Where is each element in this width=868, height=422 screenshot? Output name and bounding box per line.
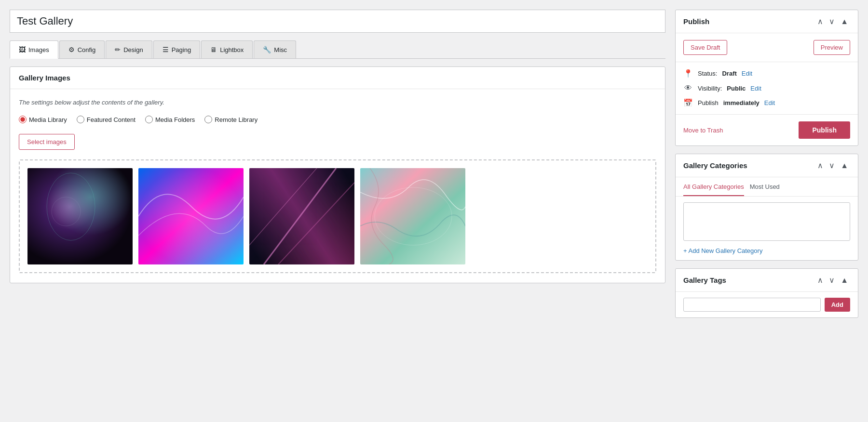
- add-gallery-category-link[interactable]: + Add New Gallery Category: [683, 247, 762, 254]
- source-radio-group: Media Library Featured Content Media Fol…: [19, 116, 656, 123]
- publish-box-actions: Save Draft Preview: [676, 33, 858, 62]
- publish-time-value: immediately: [723, 99, 760, 106]
- categories-list-area[interactable]: [683, 202, 850, 241]
- categories-content: + Add New Gallery Category: [676, 197, 858, 260]
- gallery-title-input[interactable]: [10, 10, 665, 33]
- visibility-edit-link[interactable]: Edit: [750, 85, 761, 92]
- radio-media-library-label: Media Library: [29, 116, 67, 123]
- radio-remote-library[interactable]: Remote Library: [204, 116, 258, 123]
- tab-design-label: Design: [123, 46, 143, 53]
- categories-header-controls: ∧ ∨ ▲: [815, 160, 850, 171]
- publish-time-row: 📅 Publish immediately Edit: [683, 98, 850, 107]
- categories-collapse-up-button[interactable]: ∧: [815, 160, 825, 171]
- publish-close-button[interactable]: ▲: [839, 16, 850, 27]
- radio-featured-content[interactable]: Featured Content: [77, 116, 136, 123]
- preview-button[interactable]: Preview: [814, 40, 850, 55]
- categories-close-button[interactable]: ▲: [839, 160, 850, 171]
- radio-featured-content-label: Featured Content: [87, 116, 136, 123]
- status-row: 📍 Status: Draft Edit: [683, 69, 850, 78]
- gallery-image-2[interactable]: [138, 168, 244, 264]
- publish-time-edit-link[interactable]: Edit: [764, 99, 775, 106]
- visibility-label: Visibility:: [698, 85, 722, 92]
- status-label: Status:: [698, 70, 717, 77]
- gallery-categories-box: Gallery Categories ∧ ∨ ▲ All Gallery Cat…: [675, 154, 858, 261]
- radio-media-folders-label: Media Folders: [155, 116, 195, 123]
- status-edit-link[interactable]: Edit: [742, 70, 752, 77]
- save-draft-button[interactable]: Save Draft: [683, 40, 727, 55]
- gallery-image-3[interactable]: [249, 168, 354, 264]
- tab-config-label: Config: [78, 46, 96, 53]
- tab-paging[interactable]: ☰ Paging: [153, 40, 200, 58]
- tags-collapse-up-button[interactable]: ∧: [815, 275, 825, 286]
- svg-rect-7: [249, 168, 354, 264]
- gallery-image-1[interactable]: [27, 168, 133, 264]
- images-grid: [19, 159, 656, 273]
- tab-misc[interactable]: 🔧 Misc: [254, 40, 296, 58]
- save-draft-label: Save Draft: [691, 44, 720, 51]
- tags-collapse-down-button[interactable]: ∨: [827, 275, 837, 286]
- calendar-icon: 📅: [683, 98, 693, 107]
- publish-time-label: Publish: [698, 99, 719, 106]
- radio-media-folders[interactable]: Media Folders: [145, 116, 195, 123]
- add-tag-button[interactable]: Add: [825, 298, 850, 312]
- preview-label: Preview: [821, 44, 843, 51]
- move-to-trash-link[interactable]: Move to Trash: [683, 127, 723, 134]
- categories-header: Gallery Categories ∧ ∨ ▲: [676, 154, 858, 177]
- tab-lightbox[interactable]: 🖥 Lightbox: [201, 40, 253, 58]
- tab-design[interactable]: ✏ Design: [106, 40, 152, 58]
- publish-footer: Move to Trash Publish: [676, 115, 858, 145]
- publish-button-label: Publish: [812, 126, 837, 134]
- tags-input[interactable]: [683, 298, 821, 312]
- tags-content: Add: [676, 292, 858, 317]
- cat-tab-most-used[interactable]: Most Used: [750, 183, 780, 196]
- status-icon: 📍: [683, 69, 693, 78]
- publish-button[interactable]: Publish: [799, 121, 850, 139]
- tags-title: Gallery Tags: [683, 276, 726, 284]
- tab-images-label: Images: [28, 46, 49, 53]
- publish-header-controls: ∧ ∨ ▲: [815, 16, 850, 27]
- radio-remote-library-label: Remote Library: [215, 116, 258, 123]
- paging-tab-icon: ☰: [163, 46, 169, 53]
- select-images-label: Select images: [27, 138, 67, 145]
- svg-rect-5: [138, 168, 244, 264]
- gallery-images-panel: Gallery Images The settings below adjust…: [10, 66, 665, 283]
- visibility-row: 👁 Visibility: Public Edit: [683, 84, 850, 92]
- tags-header-controls: ∧ ∨ ▲: [815, 275, 850, 286]
- tab-lightbox-label: Lightbox: [220, 46, 244, 53]
- tab-bar: 🖼 Images ⚙ Config ✏ Design ☰ Paging 🖥 Li…: [10, 40, 665, 59]
- tags-header: Gallery Tags ∧ ∨ ▲: [676, 269, 858, 292]
- images-tab-icon: 🖼: [19, 46, 26, 53]
- gallery-note: The settings below adjust the contents o…: [19, 99, 656, 106]
- cat-tab-all[interactable]: All Gallery Categories: [683, 183, 744, 196]
- tab-images[interactable]: 🖼 Images: [10, 40, 58, 59]
- misc-tab-icon: 🔧: [263, 46, 271, 53]
- radio-remote-library-input[interactable]: [204, 116, 212, 123]
- config-tab-icon: ⚙: [68, 46, 75, 53]
- radio-media-folders-input[interactable]: [145, 116, 153, 123]
- tab-config[interactable]: ⚙ Config: [59, 40, 105, 58]
- svg-rect-11: [360, 168, 465, 264]
- gallery-tags-box: Gallery Tags ∧ ∨ ▲ Add: [675, 268, 858, 318]
- tags-close-button[interactable]: ▲: [839, 275, 850, 286]
- tab-paging-label: Paging: [172, 46, 191, 53]
- publish-collapse-down-button[interactable]: ∨: [827, 16, 837, 27]
- categories-title: Gallery Categories: [683, 161, 747, 170]
- gallery-panel-title: Gallery Images: [19, 74, 70, 82]
- radio-media-library-input[interactable]: [19, 116, 27, 123]
- svg-rect-1: [27, 168, 133, 264]
- gallery-image-4[interactable]: [360, 168, 465, 264]
- publish-meta: 📍 Status: Draft Edit 👁 Visibility: Publi…: [676, 62, 858, 115]
- visibility-icon: 👁: [683, 84, 693, 92]
- sidebar: Publish ∧ ∨ ▲ Save Draft Preview 📍 Sta: [675, 10, 858, 318]
- status-value: Draft: [722, 70, 736, 77]
- categories-collapse-down-button[interactable]: ∨: [827, 160, 837, 171]
- add-tag-label: Add: [831, 301, 843, 308]
- publish-collapse-up-button[interactable]: ∧: [815, 16, 825, 27]
- gallery-panel-body: The settings below adjust the contents o…: [10, 89, 665, 283]
- lightbox-tab-icon: 🖥: [210, 46, 217, 53]
- main-content: 🖼 Images ⚙ Config ✏ Design ☰ Paging 🖥 Li…: [10, 10, 665, 318]
- radio-featured-content-input[interactable]: [77, 116, 84, 123]
- publish-box: Publish ∧ ∨ ▲ Save Draft Preview 📍 Sta: [675, 10, 858, 146]
- select-images-button[interactable]: Select images: [19, 134, 75, 150]
- radio-media-library[interactable]: Media Library: [19, 116, 67, 123]
